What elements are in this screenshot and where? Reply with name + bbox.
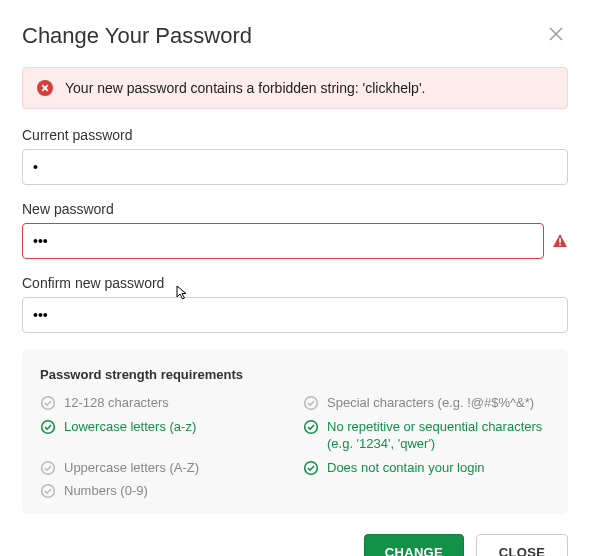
new-password-label: New password [22,201,568,217]
dialog-footer: CHANGE CLOSE [22,534,568,556]
requirements-title: Password strength requirements [40,367,550,382]
requirement-item: No repetitive or sequential characters (… [303,418,550,453]
new-password-field: New password [22,201,568,259]
requirement-text: 12-128 characters [64,394,169,412]
new-password-input[interactable] [22,223,544,259]
change-button[interactable]: CHANGE [364,534,464,556]
requirement-item: Does not contain your login [303,459,550,477]
requirement-item: 12-128 characters [40,394,287,412]
requirement-item: Special characters (e.g. !@#$%^&*) [303,394,550,412]
close-button[interactable] [544,22,568,49]
requirement-text: Does not contain your login [327,459,485,477]
check-unmet-icon [40,395,56,411]
svg-point-7 [42,397,55,410]
requirement-item: Lowercase letters (a-z) [40,418,287,453]
close-action-button[interactable]: CLOSE [476,534,568,556]
close-icon [548,26,564,45]
check-met-icon [40,419,56,435]
requirement-text: No repetitive or sequential characters (… [327,418,550,453]
svg-point-8 [305,397,318,410]
confirm-password-input[interactable] [22,297,568,333]
check-met-icon [303,419,319,435]
check-unmet-icon [303,395,319,411]
requirements-panel: Password strength requirements 12-128 ch… [22,349,568,514]
current-password-label: Current password [22,127,568,143]
requirement-text: Lowercase letters (a-z) [64,418,196,436]
svg-rect-6 [559,244,561,246]
svg-point-11 [42,461,55,474]
confirm-password-label: Confirm new password [22,275,568,291]
check-met-icon [303,460,319,476]
requirement-text: Numbers (0-9) [64,482,148,500]
svg-point-13 [42,485,55,498]
current-password-input[interactable] [22,149,568,185]
requirement-item: Numbers (0-9) [40,482,287,500]
svg-point-10 [305,420,318,433]
confirm-password-field: Confirm new password [22,275,568,333]
alert-message: Your new password contains a forbidden s… [65,80,425,96]
requirement-text: Uppercase letters (A-Z) [64,459,199,477]
svg-rect-5 [559,238,561,243]
dialog-header: Change Your Password [22,22,568,49]
dialog-title: Change Your Password [22,23,252,49]
current-password-field: Current password [22,127,568,185]
requirement-text: Special characters (e.g. !@#$%^&*) [327,394,534,412]
change-password-dialog: Change Your Password Your new password c… [0,0,590,556]
check-unmet-icon [40,483,56,499]
error-icon [37,80,53,96]
requirement-item: Uppercase letters (A-Z) [40,459,287,477]
svg-point-9 [42,420,55,433]
svg-point-12 [305,461,318,474]
check-unmet-icon [40,460,56,476]
error-alert: Your new password contains a forbidden s… [22,67,568,109]
warning-icon [552,233,568,249]
requirements-list: 12-128 charactersSpecial characters (e.g… [40,394,550,500]
